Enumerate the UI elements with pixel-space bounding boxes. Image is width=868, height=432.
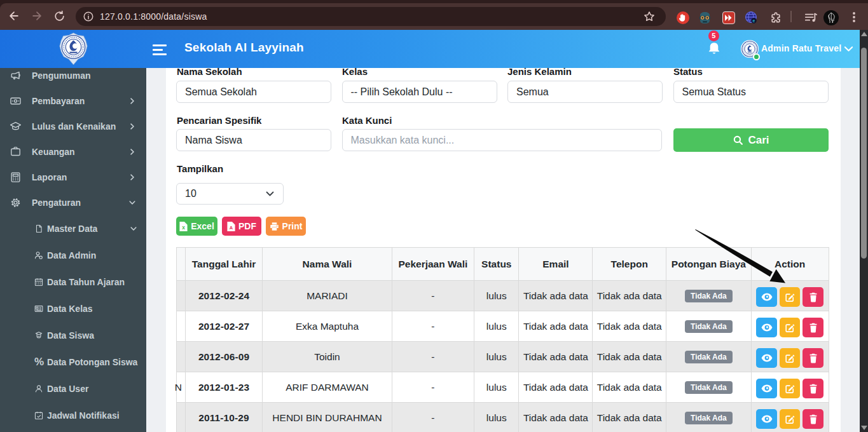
svg-text:x: x: [182, 224, 185, 230]
svg-text:e: e: [753, 18, 755, 23]
svg-text:A: A: [230, 224, 233, 230]
